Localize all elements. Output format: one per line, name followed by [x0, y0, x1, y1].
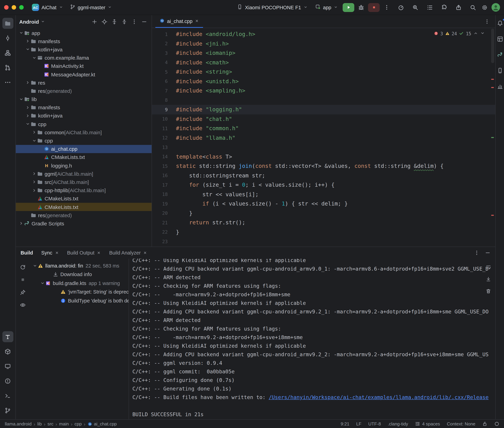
settings-button[interactable] [480, 3, 489, 12]
structure-tool-button[interactable] [2, 47, 13, 58]
close-tab-icon[interactable] [97, 251, 101, 255]
tree-item-ai-chat-cpp[interactable]: Cai_chat.cpp [16, 145, 152, 153]
close-tab-icon[interactable] [55, 251, 59, 255]
previous-problem-icon[interactable] [473, 31, 478, 36]
code-line-15[interactable]: 15static std::string join(const std::vec… [152, 161, 495, 171]
tree-item-manifests[interactable]: manifests [16, 37, 152, 45]
tree-item-lib[interactable]: lib [16, 95, 152, 103]
code-editor[interactable]: 3 24 15 1#include <android/log.h>2#inclu… [152, 28, 495, 247]
statusbar-background-tasks-indicator[interactable] [494, 421, 499, 427]
build-panel-title[interactable]: Build [21, 250, 33, 255]
breadcrumb-lib[interactable]: lib [37, 421, 42, 427]
build-tab-sync[interactable]: Sync [41, 250, 59, 255]
build-tree-item-buildtype-debug-is-both-de[interactable]: BuildType 'debug' is both de [29, 296, 129, 305]
todo-button[interactable] [425, 3, 435, 12]
build-tree-item-build-gradle-kts[interactable]: build.gradle.ktsapp 1 warning [29, 279, 129, 288]
collapse-all-button[interactable] [120, 17, 128, 26]
code-line-19[interactable]: 19 if (i < values.size() - 1) { str << d… [152, 199, 495, 208]
chevron-down-icon[interactable] [25, 47, 30, 52]
tree-item-messageadapter-kt[interactable]: MessageAdapter.kt [16, 70, 152, 78]
project-view-selector[interactable]: Android [19, 19, 45, 25]
tree-item-ggml-aichat-lib-main[interactable]: ggml [AiChat.lib.main] [16, 170, 152, 178]
line-number[interactable]: 15 [152, 163, 176, 169]
statusbar-file-encoding[interactable]: UTF-8 [368, 421, 381, 427]
line-number[interactable]: 22 [152, 229, 176, 235]
tree-item-res-generated[interactable]: res (generated) [16, 87, 152, 95]
device-selector[interactable]: Xiaomi POCOPHONE F1 [234, 3, 310, 12]
code-line-4[interactable]: 4#include <cmath> [152, 58, 495, 67]
build-tab-build-output[interactable]: Build Output [67, 250, 101, 255]
code-line-12[interactable]: 12#include "llama.h" [152, 133, 495, 142]
chevron-down-icon[interactable] [19, 97, 24, 102]
line-number[interactable]: 23 [152, 239, 176, 244]
close-tab-icon[interactable] [143, 251, 147, 255]
line-number[interactable]: 17 [152, 182, 176, 188]
code-line-2[interactable]: 2#include <jni.h> [152, 39, 495, 48]
breadcrumb-ai-chat-cpp[interactable]: Cai_chat.cpp [87, 421, 117, 427]
profiler-button[interactable] [396, 3, 406, 12]
vcs-branch-selector[interactable]: ggml-master [67, 3, 115, 12]
line-number[interactable]: 6 [152, 79, 176, 84]
tree-item-res[interactable]: res [16, 78, 152, 87]
code-line-7[interactable]: 7#include <sampling.h> [152, 86, 495, 95]
code-line-5[interactable]: 5#include <string> [152, 67, 495, 77]
build-tree-item-llama-android-fin[interactable]: llama.android: fin22 sec, 583 ms [29, 261, 129, 270]
error-stripe-mark[interactable] [491, 87, 494, 88]
line-number[interactable]: 12 [152, 135, 176, 141]
hide-panel-icon[interactable] [485, 250, 490, 255]
scrollbar-thumb[interactable] [491, 29, 494, 63]
soft-wrap-button[interactable] [484, 263, 493, 271]
statusbar-indent-config[interactable]: 4 spaces [415, 421, 440, 427]
tree-item-kotlin-java[interactable]: kotlin+java [16, 45, 152, 54]
gradle-button[interactable] [496, 51, 504, 59]
code-line-21[interactable]: 21 return str.str(); [152, 218, 495, 227]
pull-requests-tool-button[interactable] [2, 62, 13, 73]
code-line-8[interactable]: 8 [152, 95, 495, 105]
project-tool-button[interactable] [2, 18, 13, 29]
editor-scrollbar[interactable] [490, 28, 495, 247]
code-line-16[interactable]: 16 std::ostringstream str; [152, 171, 495, 180]
code-line-11[interactable]: 11#include "common.h" [152, 124, 495, 133]
notifications-button[interactable] [496, 19, 504, 27]
build-tree-item-download-info[interactable]: Download info [29, 270, 129, 279]
version-control-tool-button[interactable] [2, 405, 13, 416]
line-number[interactable]: 21 [152, 220, 176, 225]
search-everywhere-button[interactable] [468, 3, 478, 12]
code-line-9[interactable]: 9#include "logging.h" [152, 105, 495, 114]
line-number[interactable]: 7 [152, 88, 176, 93]
line-number[interactable]: 5 [152, 69, 176, 75]
chevron-right-icon[interactable] [32, 172, 37, 176]
chevron-down-icon[interactable] [25, 122, 30, 126]
problems-tool-button[interactable] [2, 375, 13, 386]
code-line-6[interactable]: 6#include <unistd.h> [152, 77, 495, 86]
statusbar-clang-tidy-status[interactable]: .clang-tidy [388, 421, 408, 427]
code-line-23[interactable]: 23 [152, 237, 495, 246]
fullscreen-window-button[interactable] [19, 5, 24, 10]
tree-item-src-aichat-lib-main[interactable]: src [AiChat.lib.main] [16, 178, 152, 186]
project-options-button[interactable] [130, 17, 138, 26]
build-tree-item-jvmtarget-string-is-deprec[interactable]: 'jvmTarget: String' is deprec [29, 288, 129, 296]
build-console[interactable]: C/C++: -- Using KleidiAI optimized kerne… [129, 259, 495, 419]
error-stripe-mark[interactable] [491, 215, 494, 216]
scroll-to-end-button[interactable] [484, 275, 493, 283]
commit-tool-button[interactable] [2, 33, 13, 43]
breadcrumb-src[interactable]: src [48, 421, 53, 427]
line-number[interactable]: 11 [152, 126, 176, 131]
line-number[interactable]: 4 [152, 60, 176, 65]
app-insights-button[interactable] [496, 82, 504, 91]
code-line-22[interactable]: 22} [152, 227, 495, 237]
code-line-14[interactable]: 14template<class T> [152, 152, 495, 161]
line-number[interactable]: 13 [152, 145, 176, 150]
tree-item-logging-h[interactable]: Hlogging.h [16, 161, 152, 170]
tree-item-mainactivity-kt[interactable]: MainActivity.kt [16, 62, 152, 70]
change-stripe-mark[interactable] [491, 137, 494, 138]
more-actions-button[interactable] [382, 3, 391, 12]
terminal-tool-button[interactable] [2, 390, 13, 401]
run-button[interactable] [343, 3, 354, 12]
tree-item-gradle-scripts[interactable]: Gradle Scripts [16, 219, 152, 228]
chevron-right-icon[interactable] [25, 113, 30, 118]
expand-all-button[interactable] [110, 17, 118, 26]
chevron-down-icon[interactable] [33, 263, 37, 268]
line-number[interactable]: 20 [152, 211, 176, 216]
line-number[interactable]: 16 [152, 173, 176, 178]
